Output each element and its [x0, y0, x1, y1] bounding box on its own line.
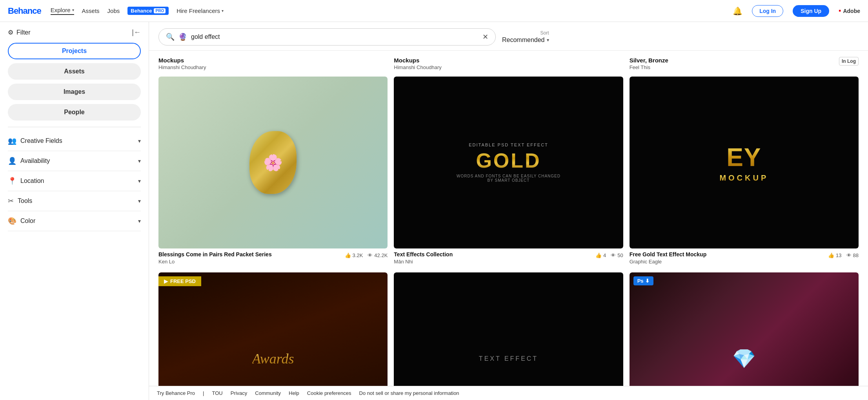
- grid-column-1: Mockups Himanshi Choudhary 🌸: [158, 57, 388, 400]
- partial-card-mockups-2[interactable]: Mockups Himanshi Choudhary: [394, 57, 623, 70]
- search-icon: 🔍: [166, 33, 175, 41]
- explore-chevron-icon: ▾: [72, 8, 74, 12]
- images-button[interactable]: Images: [8, 84, 141, 100]
- try-pro-link[interactable]: Try Behance Pro: [157, 390, 195, 396]
- free-psd-badge: ▶ FREE PSD: [158, 276, 201, 286]
- behance-logo[interactable]: Behance: [8, 6, 41, 16]
- nav-explore[interactable]: Explore ▾: [51, 7, 74, 15]
- location-chevron-icon: ▾: [138, 178, 141, 184]
- view-type-buttons: Projects Assets Images People: [8, 43, 141, 121]
- ps-download-badge: Ps ⬇: [633, 276, 653, 285]
- people-button[interactable]: People: [8, 104, 141, 121]
- card-image-blessings: 🌸: [158, 77, 388, 248]
- adobe-logo: ▪ Adobe: [839, 7, 860, 15]
- in-log-badge: In Log: [839, 57, 859, 66]
- nav-assets[interactable]: Assets: [82, 7, 100, 14]
- top-navigation: Behance Explore ▾ Assets Jobs Behance PR…: [0, 0, 868, 22]
- card-gems[interactable]: Ps ⬇ 💎: [630, 272, 859, 400]
- color-chevron-icon: ▾: [138, 218, 141, 224]
- search-bar-row: 🔍 🔮 ✕ Sort Recommended ▾: [149, 22, 868, 51]
- signup-button[interactable]: Sign Up: [793, 5, 829, 17]
- sidebar-divider: [8, 127, 141, 127]
- content-area: 🔍 🔮 ✕ Sort Recommended ▾: [149, 22, 868, 400]
- sticker-decoration: 🌸: [263, 153, 283, 172]
- search-clear-icon[interactable]: ✕: [482, 33, 488, 41]
- nav-jobs[interactable]: Jobs: [107, 7, 120, 14]
- filter-label: ⚙ Filter: [8, 29, 31, 36]
- card-text-effect-2[interactable]: TEXT EFFECT: [394, 272, 623, 400]
- sidebar-item-creative-fields[interactable]: 👥 Creative Fields ▾: [8, 131, 141, 151]
- nav-links: Explore ▾ Assets Jobs Behance PRO Hire F…: [51, 7, 224, 15]
- grid-column-2: Mockups Himanshi Choudhary EDITABLE PSD …: [394, 57, 623, 400]
- eye-icon-2: 👁: [611, 252, 616, 258]
- main-layout: ⚙ Filter |← Projects Assets Images Peopl…: [0, 22, 868, 400]
- behance-pro-button[interactable]: Behance PRO: [127, 7, 169, 15]
- sidebar-item-location[interactable]: 📍 Location ▾: [8, 171, 141, 191]
- notification-bell-icon[interactable]: 🔔: [733, 6, 742, 16]
- card-blessings[interactable]: 🌸 Blessings Come in Pairs Red Packet Ser…: [158, 77, 388, 265]
- projects-button[interactable]: Projects: [8, 43, 141, 59]
- footer-tou-link[interactable]: TOU: [212, 390, 222, 396]
- sort-label: Sort: [540, 30, 549, 36]
- nav-hire-freelancers[interactable]: Hire Freelancers ▾: [177, 7, 224, 14]
- tools-icon: ✂: [8, 197, 14, 205]
- thumbs-up-icon: 👍: [345, 252, 351, 258]
- sidebar-item-availability[interactable]: 👤 Availability ▾: [8, 151, 141, 171]
- sidebar-item-tools[interactable]: ✂ Tools ▾: [8, 191, 141, 211]
- sidebar-collapse-button[interactable]: |←: [132, 28, 141, 37]
- sort-chevron-icon: ▾: [547, 37, 549, 43]
- tools-chevron-icon: ▾: [138, 198, 141, 204]
- card-ey-mockup[interactable]: EY MOCKUP Free Gold Text Effect Mockup G…: [630, 77, 859, 265]
- search-input[interactable]: [191, 33, 479, 40]
- footer-divider-1: |: [203, 390, 204, 396]
- thumbs-up-icon-3: 👍: [828, 252, 834, 258]
- thumbs-up-icon-2: 👍: [595, 252, 602, 258]
- footer-bar: Try Behance Pro | TOU Privacy Community …: [149, 386, 868, 400]
- eye-icon: 👁: [368, 252, 373, 258]
- card-text-effects[interactable]: EDITABLE PSD TEXT EFFECT GOLD WORDS AND …: [394, 77, 623, 265]
- footer-community-link[interactable]: Community: [255, 390, 281, 396]
- availability-chevron-icon: ▾: [138, 158, 141, 164]
- sidebar: ⚙ Filter |← Projects Assets Images Peopl…: [0, 22, 149, 400]
- partial-card-silver-bronze[interactable]: Silver, Bronze Feel This In Log: [630, 57, 859, 70]
- footer-help-link[interactable]: Help: [289, 390, 299, 396]
- adobe-icon: ▪: [839, 7, 841, 15]
- arrow-icon: ▶: [164, 278, 168, 284]
- partial-card-mockups-1[interactable]: Mockups Himanshi Choudhary: [158, 57, 388, 70]
- footer-cookie-link[interactable]: Cookie preferences: [307, 390, 351, 396]
- projects-grid: Mockups Himanshi Choudhary 🌸: [149, 51, 868, 400]
- color-icon: 🎨: [8, 217, 16, 225]
- sort-area: Sort Recommended ▾: [502, 30, 549, 44]
- eye-icon-3: 👁: [846, 252, 852, 258]
- grid-column-3: Silver, Bronze Feel This In Log EY MOCKU…: [630, 57, 859, 400]
- availability-icon: 👤: [8, 157, 16, 165]
- creative-fields-icon: 👥: [8, 137, 16, 145]
- sidebar-item-color[interactable]: 🎨 Color ▾: [8, 211, 141, 231]
- grid-columns: Mockups Himanshi Choudhary 🌸: [158, 57, 859, 400]
- footer-privacy-link[interactable]: Privacy: [231, 390, 247, 396]
- filter-icon: ⚙: [8, 29, 13, 36]
- search-box[interactable]: 🔍 🔮 ✕: [158, 28, 496, 46]
- sort-dropdown[interactable]: Recommended ▾: [502, 37, 549, 44]
- assets-button[interactable]: Assets: [8, 63, 141, 80]
- filter-header: ⚙ Filter |←: [8, 28, 141, 37]
- card-awards[interactable]: ▶ FREE PSD Awards: [158, 272, 388, 400]
- location-icon: 📍: [8, 177, 16, 185]
- ai-search-icon: 🔮: [178, 33, 187, 41]
- pro-badge: PRO: [154, 8, 166, 13]
- login-button[interactable]: Log In: [752, 5, 783, 17]
- footer-dnsmpi-link[interactable]: Do not sell or share my personal informa…: [359, 390, 459, 396]
- gems-decoration: 💎: [732, 348, 756, 370]
- creative-fields-chevron-icon: ▾: [138, 138, 141, 144]
- hire-chevron-icon: ▾: [222, 9, 224, 13]
